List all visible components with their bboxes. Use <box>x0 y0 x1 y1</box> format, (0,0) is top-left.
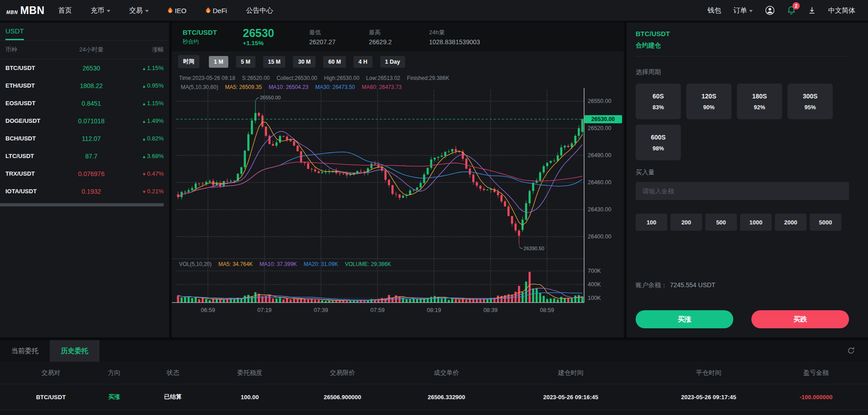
market-row-EOS/USDT[interactable]: EOS/USDT0.8451▲1.15% <box>0 94 169 112</box>
nav-item-交易[interactable]: 交易 <box>129 6 149 15</box>
period-600S[interactable]: 600S98% <box>636 125 681 160</box>
market-row-LTC/USDT[interactable]: LTC/USDT87.7▲3.68% <box>0 147 169 165</box>
triangle-up-icon: ▲ <box>142 137 146 141</box>
orders-link-label: 订单 <box>733 6 747 15</box>
market-volume: 0.071018 <box>60 117 123 125</box>
svg-text:26430.00: 26430.00 <box>588 206 611 213</box>
svg-text:06:59: 06:59 <box>201 307 215 313</box>
orders-link[interactable]: 订单 <box>733 6 753 15</box>
legend-item: Finished:29.386K <box>407 75 449 81</box>
vol24-value: 1028.8381539003 <box>429 38 480 46</box>
vol24-label: 24h量 <box>429 28 480 37</box>
legend-item: MA60: 26473.73 <box>362 84 401 90</box>
market-volume: 1808.22 <box>60 82 123 89</box>
triangle-up-icon: ▲ <box>142 102 146 106</box>
orders-table-header: 交易对方向状态委托额度交易限价成交单价建仓时间平仓时间盈亏金额 <box>0 362 868 384</box>
triangle-up-icon: ▲ <box>142 119 146 124</box>
market-pair: LTC/USDT <box>5 153 60 159</box>
tab-usdt[interactable]: USDT <box>5 27 24 40</box>
timeframe-4H[interactable]: 4 H <box>354 56 372 68</box>
legend-item: MA5: 26509.35 <box>225 84 262 90</box>
amount-5000[interactable]: 5000 <box>810 214 841 231</box>
legend-item: High:26530.00 <box>324 75 359 81</box>
download-button[interactable] <box>808 6 816 14</box>
nav-item-IEO[interactable]: IEO <box>168 7 187 14</box>
logo[interactable]: MBN MBN <box>6 5 45 17</box>
top-nav: MBN MBN 首页充币交易IEODeFi公告中心 钱包 订单 2 中文简体 <box>0 0 868 21</box>
market-row-ETH/USDT[interactable]: ETH/USDT1808.22▲0.95% <box>0 77 169 94</box>
triangle-up-icon: ▲ <box>142 66 146 71</box>
timeframe-60M[interactable]: 60 M <box>323 56 346 68</box>
timeframe-1Day[interactable]: 1 Day <box>380 56 405 68</box>
flame-icon <box>168 7 173 14</box>
period-label: 选择周期 <box>636 68 849 76</box>
kline-chart[interactable]: 26550.0026520.0026490.0026460.0026430.00… <box>172 72 624 325</box>
legend-item: S:26520.00 <box>242 75 269 81</box>
period-seconds: 600S <box>651 134 666 141</box>
timeframe-5M[interactable]: 5 M <box>236 56 255 68</box>
nav-item-充币[interactable]: 充币 <box>91 6 110 15</box>
market-pair: ETH/USDT <box>5 82 60 89</box>
market-row-BCH/USDT[interactable]: BCH/USDT112.07▲0.82% <box>0 130 169 147</box>
market-change-value: 0.82% <box>147 135 164 142</box>
timeframe-30M[interactable]: 30 M <box>293 56 316 68</box>
order-row: BTC/USDT买涨已结算100.0026506.90000026506.332… <box>0 384 868 410</box>
period-120S[interactable]: 120S90% <box>686 84 731 119</box>
market-row-IOTA/USDT[interactable]: IOTA/USDT0.1932▼0.21% <box>0 182 169 200</box>
period-seconds: 60S <box>653 93 664 100</box>
chevron-down-icon <box>749 10 753 12</box>
timeframe-buttons: 1 M5 M15 M30 M60 M4 H1 Day <box>209 56 405 68</box>
nav-item-公告中心[interactable]: 公告中心 <box>246 6 273 15</box>
order-cell-amount: 100.00 <box>206 394 294 401</box>
amount-500[interactable]: 500 <box>705 214 737 231</box>
buy-up-button[interactable]: 买涨 <box>636 310 733 328</box>
high-label: 最高 <box>369 28 429 37</box>
market-change-value: 0.21% <box>147 188 164 195</box>
market-row-BTC/USDT[interactable]: BTC/USDT26530▲1.15% <box>0 59 169 77</box>
market-pair: EOS/USDT <box>5 100 60 107</box>
market-row-TRX/USDT[interactable]: TRX/USDT0.076976▼0.47% <box>0 165 169 182</box>
period-180S[interactable]: 180S92% <box>737 84 782 119</box>
balance-row: 账户余额：7245.554 USDT <box>636 281 849 289</box>
nav-item-首页[interactable]: 首页 <box>58 6 72 15</box>
buy-down-button[interactable]: 买跌 <box>751 310 849 328</box>
account-button[interactable] <box>765 5 775 15</box>
orders-tab-历史委托[interactable]: 历史委托 <box>50 340 99 362</box>
orders-col-建仓时间: 建仓时间 <box>502 369 640 377</box>
refresh-button[interactable] <box>847 346 855 357</box>
amount-input[interactable] <box>636 182 849 200</box>
wallet-link[interactable]: 钱包 <box>708 6 721 15</box>
amount-2000[interactable]: 2000 <box>775 214 807 231</box>
svg-text:26530.00: 26530.00 <box>591 116 615 122</box>
sidebar-tab-row: USDT <box>0 23 169 41</box>
svg-text:07:19: 07:19 <box>257 307 271 313</box>
amount-200[interactable]: 200 <box>670 214 702 231</box>
chart-ma-legend: MA(5,10,30,60)MA5: 26509.35MA10: 26504.2… <box>181 84 408 90</box>
sidebar-scrollbar[interactable] <box>0 203 164 206</box>
col-volume: 24小时量 <box>60 46 123 54</box>
nav-item-DeFi[interactable]: DeFi <box>206 7 227 14</box>
amount-1000[interactable]: 1000 <box>740 214 772 231</box>
orders-tab-当前委托[interactable]: 当前委托 <box>0 340 50 362</box>
amount-100[interactable]: 100 <box>636 214 667 231</box>
svg-text:700K: 700K <box>588 268 601 274</box>
timeframe-15M[interactable]: 15 M <box>263 56 286 68</box>
market-change-value: 1.49% <box>147 117 164 124</box>
period-percent: 90% <box>703 104 714 111</box>
timeframe-1M[interactable]: 1 M <box>209 56 228 68</box>
svg-text:08:19: 08:19 <box>427 307 441 313</box>
timeframe-time-button[interactable]: 时间 <box>178 55 199 68</box>
language-selector[interactable]: 中文简体 <box>828 6 855 15</box>
svg-text:08:39: 08:39 <box>483 307 497 313</box>
orders-col-交易对: 交易对 <box>14 369 88 377</box>
svg-text:26520.00: 26520.00 <box>588 125 611 131</box>
period-60S[interactable]: 60S83% <box>636 84 681 119</box>
notification-badge: 2 <box>793 2 800 9</box>
period-300S[interactable]: 300S95% <box>788 84 833 119</box>
legend-item: MA30: 26473.50 <box>315 84 355 90</box>
orders-col-状态: 状态 <box>140 369 206 377</box>
trade-title: 合约建仓 <box>636 42 849 56</box>
notifications-button[interactable]: 2 <box>787 5 796 15</box>
market-row-DOGE/USDT[interactable]: DOGE/USDT0.071018▲1.49% <box>0 112 169 130</box>
market-pair: TRX/USDT <box>5 170 60 177</box>
